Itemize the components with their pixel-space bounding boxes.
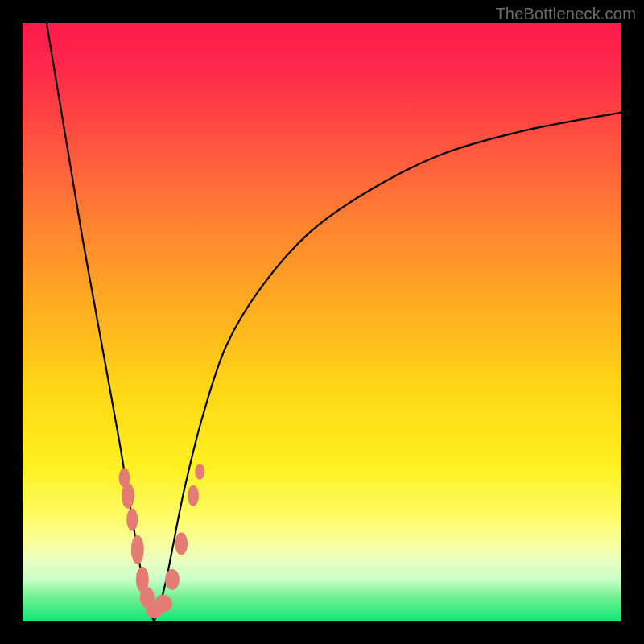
curve-marker-1 [122, 483, 134, 509]
curve-markers [119, 464, 205, 618]
curve-marker-2 [126, 509, 138, 531]
chart-frame: TheBottleneck.com [0, 0, 644, 644]
curve-layer [23, 23, 621, 621]
plot-area [23, 23, 621, 621]
curve-marker-7 [155, 595, 172, 613]
curve-marker-11 [195, 464, 204, 480]
watermark-text: TheBottleneck.com [495, 5, 636, 23]
curve-right-branch [155, 113, 621, 621]
curve-marker-10 [188, 485, 199, 506]
curve-marker-8 [165, 569, 180, 590]
curve-marker-3 [131, 535, 144, 564]
curve-marker-9 [175, 532, 188, 555]
curve-left-branch [47, 23, 155, 621]
